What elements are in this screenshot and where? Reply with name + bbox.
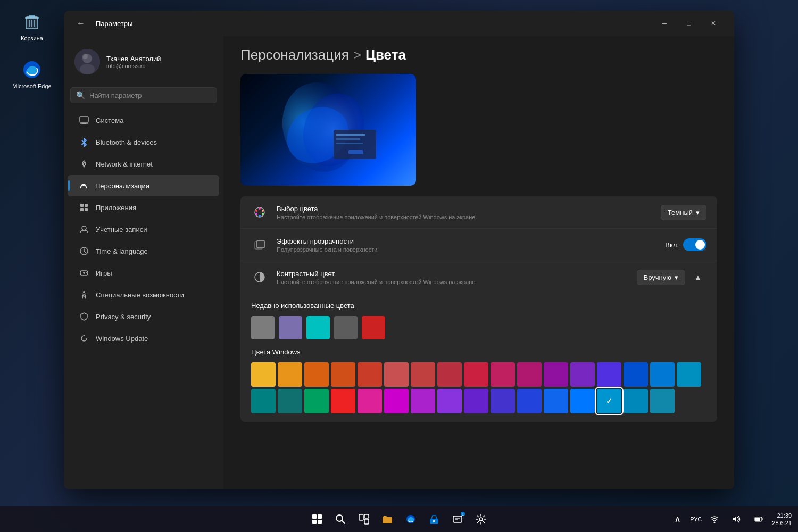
- desktop-icon-recycle-bin[interactable]: Корзина: [11, 11, 53, 41]
- wc-swatch-3[interactable]: [331, 362, 355, 387]
- minimize-button[interactable]: ─: [652, 15, 677, 32]
- wc-swatch-12[interactable]: [570, 362, 595, 387]
- wc-swatch-r2-7[interactable]: [517, 389, 542, 413]
- wc-swatch-r2-9[interactable]: [570, 389, 595, 413]
- nav-item-gaming[interactable]: Игры: [68, 262, 219, 284]
- recent-swatch-3[interactable]: [334, 316, 358, 339]
- svg-rect-20: [85, 208, 88, 211]
- wc-swatch-11[interactable]: [544, 362, 568, 387]
- desktop-icon-edge[interactable]: Microsoft Edge: [11, 59, 53, 89]
- wc-swatch-r2-2[interactable]: [384, 389, 409, 413]
- nav-item-personalization[interactable]: Персонализация: [68, 175, 219, 196]
- transparency-text: Эффекты прозрачности Полупрозрачные окна…: [277, 237, 656, 253]
- wc-swatch-4[interactable]: [358, 362, 382, 387]
- nav-item-network[interactable]: Network & internet: [68, 153, 219, 174]
- nav-label-apps: Приложения: [96, 204, 136, 212]
- nav-item-accounts[interactable]: Учетные записи: [68, 219, 219, 240]
- wc-swatch-2[interactable]: [304, 362, 329, 387]
- wc-swatch-18[interactable]: [278, 389, 302, 413]
- wc-swatch-r2-3[interactable]: [411, 389, 435, 413]
- nav-item-accessibility[interactable]: Специальные возможности: [68, 284, 219, 305]
- recent-swatch-2[interactable]: [306, 316, 330, 339]
- recent-swatch-4[interactable]: [362, 316, 385, 339]
- taskbar: 1 ∧ РУС 21:39 28.6.21: [0, 506, 798, 532]
- wc-swatch-r2-8[interactable]: [544, 389, 568, 413]
- wc-swatch-19[interactable]: [304, 389, 329, 413]
- nav-label-privacy: Privacy & security: [96, 313, 151, 321]
- wc-swatch-r2-6[interactable]: [491, 389, 515, 413]
- taskbar-wifi-button[interactable]: [705, 510, 724, 529]
- taskbar-battery-button[interactable]: [750, 510, 769, 529]
- wc-swatch-17[interactable]: [251, 389, 276, 413]
- windows-colors-grid: [251, 362, 706, 413]
- wc-swatch-1[interactable]: [278, 362, 302, 387]
- taskbar-store-button[interactable]: [425, 510, 444, 529]
- contrast-chevron: ▾: [675, 273, 678, 281]
- wc-swatch-16[interactable]: [677, 362, 701, 387]
- wc-swatch-8[interactable]: [464, 362, 488, 387]
- svg-rect-64: [755, 518, 760, 521]
- taskbar-volume-button[interactable]: [727, 510, 746, 529]
- taskbar-settings-button[interactable]: [471, 510, 491, 529]
- transparency-control: Вкл.: [665, 238, 706, 251]
- recent-swatch-0[interactable]: [251, 316, 275, 339]
- svg-point-27: [83, 291, 85, 293]
- wc-swatch-10[interactable]: [517, 362, 542, 387]
- toggle-label: Вкл.: [665, 241, 679, 249]
- nav-label-gaming: Игры: [96, 269, 112, 277]
- back-button[interactable]: ←: [72, 15, 89, 32]
- wc-swatch-7[interactable]: [437, 362, 462, 387]
- maximize-button[interactable]: □: [677, 15, 701, 32]
- wc-swatch-r2-10[interactable]: [597, 389, 621, 413]
- wc-swatch-r2-1[interactable]: [358, 389, 382, 413]
- wc-swatch-r2-4[interactable]: [437, 389, 462, 413]
- taskbar-edge-button[interactable]: [401, 510, 420, 529]
- svg-point-50: [336, 515, 343, 521]
- svg-point-62: [714, 522, 716, 523]
- nav-item-privacy[interactable]: Privacy & security: [68, 306, 219, 327]
- color-choice-dropdown[interactable]: Темный ▾: [661, 205, 706, 220]
- wc-swatch-13[interactable]: [597, 362, 621, 387]
- taskbar-clock[interactable]: 21:39 28.6.21: [772, 512, 792, 527]
- nav-label-system: Система: [96, 117, 123, 124]
- wc-swatch-r2-12[interactable]: [650, 389, 675, 413]
- svg-rect-3: [25, 17, 39, 19]
- wc-swatch-0[interactable]: [251, 362, 276, 387]
- taskbar-notifications-button[interactable]: 1: [448, 510, 467, 529]
- transparency-toggle[interactable]: [683, 238, 706, 251]
- wc-swatch-15[interactable]: [650, 362, 675, 387]
- taskbar-explorer-button[interactable]: [378, 510, 397, 529]
- nav-item-system[interactable]: Система: [68, 110, 219, 131]
- nav-item-update[interactable]: Windows Update: [68, 328, 219, 349]
- taskbar-taskview-button[interactable]: [354, 510, 373, 529]
- nav-item-bluetooth[interactable]: Bluetooth & devices: [68, 131, 219, 153]
- time-icon: [79, 246, 89, 256]
- nav-item-time[interactable]: Time & language: [68, 240, 219, 262]
- contrast-expand-button[interactable]: ▲: [689, 269, 706, 286]
- user-email: info@comss.ru: [106, 63, 161, 69]
- wc-swatch-5[interactable]: [384, 362, 409, 387]
- contrast-sub: Настройте отображение приложений и повер…: [277, 279, 628, 285]
- taskbar-chevron-button[interactable]: ∧: [668, 510, 687, 529]
- svg-rect-34: [336, 143, 363, 144]
- taskbar-search-button[interactable]: [331, 510, 350, 529]
- close-button[interactable]: ✕: [701, 15, 726, 32]
- nav-item-apps[interactable]: Приложения: [68, 197, 219, 218]
- taskbar-start-button[interactable]: [307, 510, 327, 529]
- search-box[interactable]: 🔍: [70, 87, 217, 103]
- recent-swatch-1[interactable]: [279, 316, 302, 339]
- search-input[interactable]: [89, 92, 211, 99]
- user-profile[interactable]: Ткачев Анатолий info@comss.ru: [64, 40, 223, 83]
- nav-label-accessibility: Специальные возможности: [96, 291, 184, 299]
- wc-swatch-r2-11[interactable]: [624, 389, 648, 413]
- wc-swatch-6[interactable]: [411, 362, 435, 387]
- contrast-dropdown[interactable]: Вручную ▾: [637, 270, 685, 285]
- user-info: Ткачев Анатолий info@comss.ru: [106, 55, 161, 69]
- wc-swatch-r2-0[interactable]: [331, 389, 355, 413]
- wc-swatch-r2-5[interactable]: [464, 389, 488, 413]
- title-bar-left: ← Параметры: [72, 15, 132, 32]
- wc-swatch-14[interactable]: [624, 362, 648, 387]
- chevron-up-icon: ∧: [674, 513, 681, 525]
- wc-swatch-9[interactable]: [491, 362, 515, 387]
- svg-point-39: [262, 213, 264, 215]
